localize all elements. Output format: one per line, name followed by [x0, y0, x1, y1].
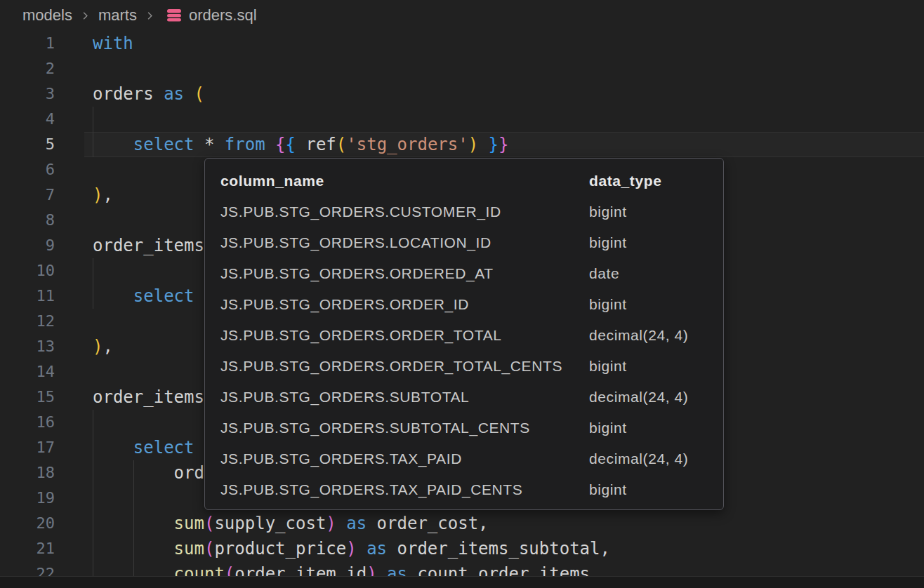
popup-cell-data-type: decimal(24, 4) — [589, 443, 688, 474]
line-number[interactable]: 8 — [0, 208, 55, 233]
line-number[interactable]: 14 — [0, 359, 55, 385]
indent-guide — [93, 258, 93, 283]
breadcrumb-item-models[interactable]: models — [22, 6, 72, 25]
popup-cell-data-type: decimal(24, 4) — [589, 320, 688, 351]
line-number[interactable]: 3 — [0, 81, 55, 107]
line-number[interactable]: 15 — [0, 385, 55, 410]
popup-cell-column-name: JS.PUB.STG_ORDERS.TAX_PAID — [220, 443, 589, 474]
popup-cell-data-type: bigint — [589, 413, 627, 443]
code-text[interactable]: sum(supply_cost) as order_cost, — [93, 511, 489, 536]
indent-guide — [133, 486, 134, 511]
popup-cell-data-type: bigint — [589, 289, 627, 320]
line-number[interactable]: 1 — [0, 31, 55, 56]
popup-row: JS.PUB.STG_ORDERS.LOCATION_IDbigint — [205, 227, 723, 258]
code-text[interactable]: ), — [93, 182, 113, 208]
line-number[interactable]: 19 — [0, 486, 55, 511]
popup-row: JS.PUB.STG_ORDERS.ORDERED_ATdate — [205, 258, 723, 289]
popup-cell-column-name: JS.PUB.STG_ORDERS.SUBTOTAL_CENTS — [220, 413, 589, 443]
code-text[interactable]: ord — [93, 460, 204, 486]
popup-cell-column-name: JS.PUB.STG_ORDERS.SUBTOTAL — [220, 382, 589, 413]
popup-cell-column-name: JS.PUB.STG_ORDERS.LOCATION_ID — [220, 227, 589, 258]
popup-row: JS.PUB.STG_ORDERS.ORDER_TOTAL_CENTSbigin… — [205, 351, 723, 382]
popup-row: JS.PUB.STG_ORDERS.SUBTOTALdecimal(24, 4) — [205, 382, 723, 413]
line-number[interactable]: 6 — [0, 157, 55, 182]
code-line[interactable]: 4 — [0, 107, 924, 132]
popup-cell-column-name: JS.PUB.STG_ORDERS.CUSTOMER_ID — [220, 196, 589, 227]
code-text[interactable]: select — [93, 283, 194, 309]
chevron-right-icon — [80, 11, 91, 21]
code-line[interactable]: 1with — [0, 31, 924, 56]
line-number[interactable]: 9 — [0, 233, 55, 258]
line-number[interactable]: 12 — [0, 309, 55, 334]
popup-row: JS.PUB.STG_ORDERS.TAX_PAID_CENTSbigint — [205, 474, 723, 505]
code-line[interactable]: 3orders as ( — [0, 81, 924, 107]
line-number[interactable]: 5 — [0, 132, 55, 157]
code-text[interactable]: ), — [93, 334, 113, 359]
code-text[interactable]: orders as ( — [93, 81, 204, 107]
line-number[interactable]: 7 — [0, 182, 55, 208]
popup-cell-data-type: bigint — [589, 196, 627, 227]
column-info-popup: column_name data_type JS.PUB.STG_ORDERS.… — [204, 158, 724, 510]
popup-row: JS.PUB.STG_ORDERS.ORDER_IDbigint — [205, 289, 723, 320]
popup-cell-data-type: date — [589, 258, 619, 289]
code-line[interactable]: 5 select * from {{ ref('stg_orders') }} — [0, 132, 924, 157]
line-number[interactable]: 17 — [0, 435, 55, 460]
popup-row: JS.PUB.STG_ORDERS.ORDER_TOTALdecimal(24,… — [205, 320, 723, 351]
code-line[interactable]: 21 sum(product_price) as order_items_sub… — [0, 536, 924, 561]
breadcrumb-item-file[interactable]: orders.sql — [189, 6, 257, 25]
popup-row: JS.PUB.STG_ORDERS.SUBTOTAL_CENTSbigint — [205, 413, 723, 443]
popup-cell-data-type: bigint — [589, 351, 627, 382]
code-line[interactable]: 22 count(order_item_id) as count_order_i… — [0, 561, 924, 576]
popup-cell-data-type: decimal(24, 4) — [589, 382, 688, 413]
popup-cell-column-name: JS.PUB.STG_ORDERS.ORDERED_AT — [220, 258, 589, 289]
popup-cell-data-type: bigint — [589, 474, 627, 505]
popup-row: JS.PUB.STG_ORDERS.TAX_PAIDdecimal(24, 4) — [205, 443, 723, 474]
code-text[interactable]: count(order_item_id) as count_order_item… — [93, 561, 590, 576]
code-text[interactable]: order_items — [93, 233, 204, 258]
popup-cell-column-name: JS.PUB.STG_ORDERS.TAX_PAID_CENTS — [220, 474, 589, 505]
code-text[interactable]: with — [93, 31, 133, 56]
popup-header-column-name: column_name — [220, 166, 589, 196]
line-number[interactable]: 22 — [0, 561, 55, 576]
line-number[interactable]: 21 — [0, 536, 55, 561]
popup-cell-data-type: bigint — [589, 227, 627, 258]
code-text[interactable]: order_items — [93, 385, 204, 410]
code-line[interactable]: 20 sum(supply_cost) as order_cost, — [0, 511, 924, 536]
line-number[interactable]: 13 — [0, 334, 55, 359]
code-text[interactable]: select * from {{ ref('stg_orders') }} — [93, 132, 508, 157]
indent-guide — [93, 107, 93, 132]
line-number[interactable]: 10 — [0, 258, 55, 283]
popup-row: JS.PUB.STG_ORDERS.CUSTOMER_IDbigint — [205, 196, 723, 227]
line-number[interactable]: 4 — [0, 107, 55, 132]
code-text[interactable]: sum(product_price) as order_items_subtot… — [93, 536, 610, 561]
popup-header-row: column_name data_type — [205, 166, 723, 196]
line-number[interactable]: 18 — [0, 460, 55, 486]
popup-cell-column-name: JS.PUB.STG_ORDERS.ORDER_ID — [220, 289, 589, 320]
popup-cell-column-name: JS.PUB.STG_ORDERS.ORDER_TOTAL_CENTS — [220, 351, 589, 382]
popup-cell-column-name: JS.PUB.STG_ORDERS.ORDER_TOTAL — [220, 320, 589, 351]
indent-guide — [93, 410, 93, 435]
line-number[interactable]: 2 — [0, 56, 55, 81]
line-number[interactable]: 11 — [0, 283, 55, 309]
database-file-icon — [166, 7, 183, 24]
line-number[interactable]: 16 — [0, 410, 55, 435]
code-text[interactable]: select — [93, 435, 194, 460]
bottom-panel-edge — [0, 576, 924, 588]
line-number[interactable]: 20 — [0, 511, 55, 536]
indent-guide — [93, 486, 93, 511]
popup-header-data-type: data_type — [589, 166, 661, 196]
breadcrumb-item-marts[interactable]: marts — [98, 6, 137, 25]
chevron-right-icon — [145, 11, 155, 21]
breadcrumb: models marts orders.sql — [0, 0, 924, 31]
popup-rows: JS.PUB.STG_ORDERS.CUSTOMER_IDbigintJS.PU… — [205, 196, 723, 505]
code-line[interactable]: 2 — [0, 56, 924, 81]
